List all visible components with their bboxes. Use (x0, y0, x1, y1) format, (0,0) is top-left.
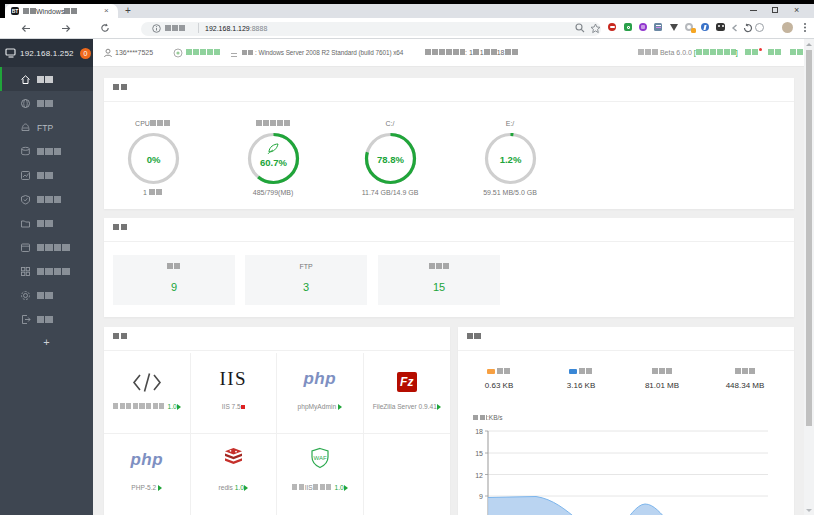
svg-text:9: 9 (479, 493, 483, 500)
svg-text:18: 18 (475, 428, 483, 435)
svg-text:WAF: WAF (313, 455, 326, 461)
svg-text:12: 12 (475, 472, 483, 479)
svg-text:15: 15 (475, 450, 483, 457)
